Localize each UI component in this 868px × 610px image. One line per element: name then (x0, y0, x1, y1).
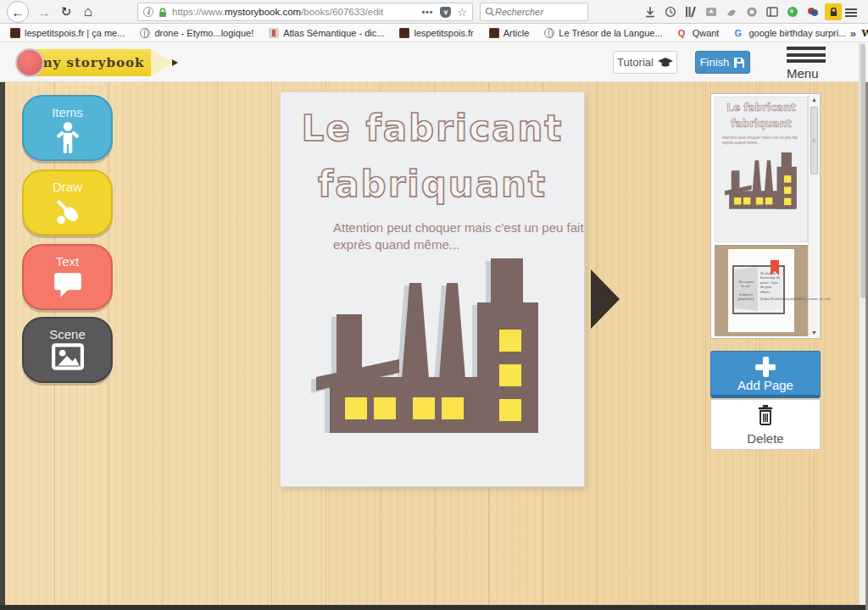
site-info-icon[interactable]: i (143, 7, 153, 17)
browser-scrollbar[interactable] (859, 42, 865, 605)
book-left-page-text: "Se casser le cul" (vulgaire) (populaire… (737, 280, 755, 302)
bookmark-item[interactable]: lespetitspois.fr (399, 28, 473, 38)
browser-menu-icon[interactable] (845, 3, 862, 20)
tutorial-button[interactable]: Tutorial (613, 51, 677, 74)
library-icon[interactable] (682, 3, 699, 20)
globe-favicon (544, 28, 554, 38)
atlas-favicon (269, 28, 279, 38)
back-icon[interactable]: ← (7, 1, 29, 23)
bookmarks-overflow-icon[interactable]: » (850, 27, 856, 40)
page-title-line1[interactable]: Le fabricant (281, 108, 584, 149)
https-lock-icon[interactable] (158, 7, 168, 18)
site-favicon (10, 28, 20, 38)
save-icon (733, 57, 745, 69)
google-favicon: G (734, 28, 744, 38)
bookmark-item[interactable]: QQwant (678, 28, 720, 38)
tool-scene-button[interactable]: Scene (22, 317, 113, 383)
extension-screenshot-icon[interactable] (703, 3, 720, 20)
pencil-tip-icon (151, 49, 173, 76)
thumbnail-page-1[interactable]: Le fabricant fabriquant Attention peut c… (715, 97, 808, 242)
pencil-eraser-icon (15, 48, 44, 77)
next-page-arrow[interactable] (591, 269, 620, 329)
globe-favicon (140, 28, 150, 38)
pocket-icon[interactable]: ∨ (440, 7, 451, 18)
page-subtitle[interactable]: Attention peut choquer mais c'est un peu… (333, 219, 587, 254)
site-favicon (489, 28, 499, 38)
browser-toolbar: ← → ↻ ⌂ i https://www.mystorybook.com/bo… (0, 0, 868, 24)
book-page-canvas[interactable]: Le fabricant fabriquant Attention peut c… (280, 92, 585, 487)
reload-icon[interactable]: ↻ (56, 2, 76, 22)
sidebar-toggle-icon[interactable] (764, 3, 781, 20)
thumbnail-scrollbar[interactable]: ▲ ≡ ▼ (808, 95, 819, 337)
search-icon (485, 7, 495, 17)
factory-thumbnail-illustration (723, 150, 803, 209)
search-input[interactable] (495, 7, 580, 17)
wikipedia-favicon: W (861, 28, 868, 38)
menu-label: Menu (787, 66, 827, 80)
bookmark-item[interactable]: Le Trésor de la Langue... (544, 28, 662, 38)
page-title-line2[interactable]: fabriquant (281, 164, 584, 205)
forward-icon[interactable]: → (34, 2, 54, 22)
image-icon (52, 343, 84, 370)
logo-text: my storybook (32, 49, 151, 76)
pencil-point-icon (172, 59, 178, 66)
download-icon[interactable] (642, 3, 659, 20)
site-favicon (399, 28, 409, 38)
thumbnail-page-2[interactable]: "Se casser le cul" (vulgaire) (populaire… (715, 245, 808, 336)
screenshot-edge (0, 82, 5, 610)
browser-window: ← → ↻ ⌂ i https://www.mystorybook.com/bo… (0, 0, 868, 610)
tool-text-button[interactable]: Text (22, 244, 113, 310)
url-bar[interactable]: i https://www.mystorybook.com/books/6076… (137, 3, 473, 21)
qwant-favicon: Q (678, 28, 688, 38)
plus-icon (755, 357, 776, 377)
scroll-down-icon[interactable]: ▼ (809, 330, 820, 336)
delete-page-button[interactable]: Delete (710, 399, 821, 450)
thumbnail-page-2-paper: "Se casser le cul" (vulgaire) (populaire… (728, 249, 794, 332)
scroll-up-icon[interactable]: ▲ (809, 97, 820, 103)
tool-draw-button[interactable]: Draw (22, 169, 113, 236)
bookmark-item[interactable]: lespetitspois.fr | ça me... (10, 28, 125, 38)
menu-bars-icon (787, 47, 826, 50)
person-icon (54, 121, 81, 155)
bookmark-item[interactable]: drone - Etymo...logique! (140, 28, 253, 38)
graduation-cap-icon (658, 58, 673, 68)
bookmark-star-icon[interactable]: ☆ (457, 6, 467, 19)
bookmark-item[interactable]: Atlas Sémantique - dic... (269, 28, 384, 38)
extension-password-lock-icon[interactable] (825, 3, 842, 20)
finish-button[interactable]: Finish (695, 51, 750, 74)
book-right-page-text: Se donner beaucoup de peine ; faire de g… (760, 271, 781, 301)
bookmarks-bar: lespetitspois.fr | ça me... drone - Etym… (0, 25, 868, 42)
add-page-button[interactable]: Add Page (710, 351, 821, 398)
extension-globe-gear-icon[interactable] (743, 3, 760, 20)
extension-multicolor-icon[interactable] (804, 3, 821, 20)
home-icon[interactable]: ⌂ (78, 2, 98, 22)
page-thumbnails-panel: Le fabricant fabriquant Attention peut c… (710, 93, 821, 339)
extension-green-icon[interactable] (784, 3, 801, 20)
bookmark-item[interactable]: WWikipédia, l'encyclopé... (861, 28, 868, 38)
search-bar[interactable] (480, 3, 588, 21)
brush-icon (53, 196, 83, 226)
trash-icon (756, 404, 775, 426)
tool-items-button[interactable]: Items (22, 95, 113, 161)
speech-bubble-icon (52, 270, 84, 299)
bookmark-item[interactable]: Article (489, 28, 530, 38)
url-text: https://www.mystorybook.com/books/607633… (172, 7, 383, 17)
app-menu-button[interactable]: Menu (787, 47, 827, 79)
extension-curve-icon[interactable] (723, 3, 740, 20)
bookmark-item[interactable]: Ggoogle birthday surpri... (734, 28, 846, 38)
screenshot-edge (0, 605, 868, 610)
factory-illustration[interactable] (311, 252, 557, 433)
app-header: my storybook Tutorial Finish Menu (0, 42, 868, 82)
mystorybook-logo[interactable]: my storybook (15, 47, 176, 79)
page-actions-icon[interactable]: ••• (422, 8, 434, 17)
scrollbar-thumb[interactable]: ≡ (810, 107, 818, 175)
editor-workspace: Items Draw (0, 82, 868, 607)
history-clock-icon[interactable] (662, 3, 679, 20)
